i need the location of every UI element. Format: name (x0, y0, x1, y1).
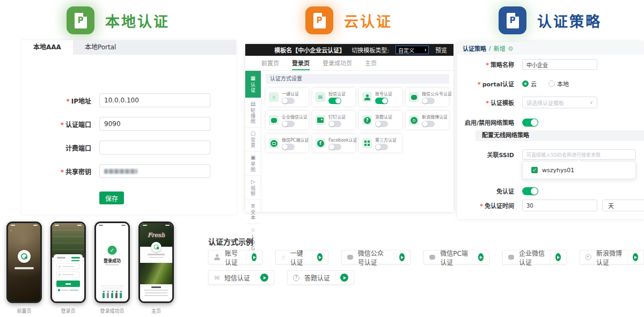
method-card-dingtalk: 钉钉认证 (312, 111, 355, 129)
account-icon (214, 254, 220, 260)
auth-template-select[interactable]: 请选择认证模板∨ (522, 97, 597, 108)
example-one-click-auth[interactable]: ☝ 一键认证 (275, 250, 328, 264)
doc-letter: P (510, 17, 516, 25)
method-toggle[interactable] (375, 121, 388, 127)
tab-login-page[interactable]: 登录页 (292, 56, 310, 70)
method-toggle[interactable] (282, 144, 295, 150)
ssid-option-label[interactable]: wszyhys01 (542, 167, 574, 174)
method-toggle[interactable] (282, 121, 295, 127)
method-toggle[interactable] (375, 144, 388, 150)
billing-port-label: *计费端口 (21, 143, 91, 152)
breadcrumb-current: 新增 (494, 44, 506, 53)
example-wechat-auth[interactable]: 微信公众号认证 (341, 250, 411, 264)
one-click-icon: ☝ (281, 254, 285, 261)
brand-intro (140, 284, 172, 301)
ssid-label: 关联SSID (457, 150, 514, 159)
method-card-wechat-pc: 微信PC端认证 (266, 134, 309, 152)
tab-home-page[interactable]: 主页 (365, 56, 377, 70)
sidebar-item-image[interactable]: ▣单图 (245, 152, 261, 176)
method-toggle[interactable] (328, 98, 341, 104)
sidebar-item-carousel[interactable]: ▤轮播图 (245, 98, 261, 128)
tab-local-aaa[interactable]: 本地AAA (21, 40, 73, 55)
auth-port-label: *认证端口 (21, 120, 91, 129)
preview-button[interactable]: 预览 (435, 46, 447, 54)
sidebar-item-text[interactable]: ≣文本 (245, 200, 261, 224)
status-bar (140, 223, 172, 227)
enable-policy-label: 启用/禁用网络策略 (457, 118, 514, 127)
fresh-neon-text: Fresh (148, 232, 165, 239)
free-auth-toggle[interactable] (522, 187, 538, 195)
star-icon: ☆ (251, 227, 255, 233)
wechat-pc-icon (429, 255, 435, 260)
enable-policy-toggle[interactable] (522, 119, 538, 127)
tab-login-success-page[interactable]: 登录成功页 (323, 56, 352, 70)
breadcrumb-root[interactable]: 认证策略 (463, 44, 486, 53)
examples-list: 账号认证 ☝ 一键认证 微信公众号认证 微信PC端认证 企业微信认证 (208, 250, 644, 285)
method-card-weibo: 新浪微博认证 (406, 111, 449, 129)
background-icon: ▢ (251, 131, 255, 136)
save-button[interactable]: 保存 (99, 191, 124, 204)
weibo-icon (409, 115, 419, 125)
example-wecom-auth[interactable]: 企业微信认证 (502, 250, 567, 264)
example-sms-auth[interactable]: ✉ 短信认证 (208, 270, 274, 285)
wireless-section-title: 配置无线网络策略 (475, 130, 644, 141)
radio-cloud[interactable]: 云 (522, 79, 537, 88)
sidebar-item-background[interactable]: ▢背景 (245, 128, 261, 152)
location-pin-icon: ⊙ (508, 45, 513, 52)
tab-front-page[interactable]: 前置页 (261, 56, 279, 70)
method-toggle[interactable] (282, 98, 295, 104)
ip-address-field[interactable]: 10.0.0.100 (99, 93, 210, 107)
brand-logo (18, 250, 31, 263)
ssid-search-input[interactable]: 可直接输入SSID名称进行搜索关联 (522, 149, 636, 160)
status-bar (8, 223, 40, 227)
radio-local[interactable]: 本地 (548, 79, 569, 88)
ssid-dropdown-panel: wszyhys01 (522, 161, 636, 179)
example-wechat-pc-auth[interactable]: 微信PC端认证 (423, 250, 489, 264)
method-card-quiz: ? 答题认证 (359, 111, 402, 129)
ssid-checkbox[interactable] (531, 167, 538, 173)
method-toggle[interactable] (422, 121, 435, 127)
phone-caption: 登录页 (61, 307, 75, 314)
phone-caption: 主页 (151, 307, 161, 314)
shared-key-label: *共享密钥 (21, 167, 91, 176)
auth-policy-header: P 认证策略 (456, 4, 644, 36)
auth-methods-section-title: 认证方式设置 (266, 74, 449, 84)
wechat-icon (409, 92, 419, 102)
dingtalk-icon (316, 115, 325, 125)
method-toggle[interactable] (328, 121, 341, 127)
example-weibo-auth[interactable]: 新浪微博认证 (580, 250, 644, 264)
method-card-third-party: 第三方认证 (359, 134, 402, 152)
phone-mockups: ‹ 前置页 登录页 (6, 222, 174, 314)
sms-icon: ✉ (214, 274, 219, 282)
free-auth-time-field[interactable]: 30 (522, 200, 597, 211)
masked-value (104, 169, 137, 174)
auth-port-field[interactable]: 9090 (99, 117, 210, 131)
method-card-wecom: 企业微信认证 (266, 111, 309, 129)
cloud-auth-panel: 模板名【中小企业云认证】 切换模板类型: 自定义 ▴▾ 预览 前置页 登录页 登… (245, 44, 453, 212)
ip-address-label: *IP地址 (21, 96, 91, 105)
chevron-down-icon: ∨ (589, 100, 593, 105)
local-auth-icon: P (67, 6, 94, 34)
auth-methods-grid: ☝ 一键认证 ✉ 短信认证 账号认证 微信公众号认证 (266, 88, 449, 152)
play-icon (340, 274, 348, 282)
free-auth-label: 免认证 (457, 187, 514, 195)
cloud-auth-title: 云认证 (344, 10, 392, 31)
wecom-icon (508, 255, 514, 260)
shared-key-field[interactable] (99, 164, 210, 178)
tab-local-portal[interactable]: 本地Portal (73, 40, 128, 55)
free-auth-time-unit[interactable]: 天 (602, 200, 644, 211)
method-toggle[interactable] (375, 98, 388, 104)
auth-policy-panel: 认证策略 / 新增 ⊙ *策略名称 中小企业 *portal认证 云 本地 *认… (457, 42, 644, 219)
method-toggle[interactable] (422, 98, 435, 104)
policy-name-field[interactable]: 中小企业 (522, 59, 597, 70)
example-account-auth[interactable]: 账号认证 (208, 250, 262, 264)
back-arrow-icon: ‹ (10, 228, 12, 233)
sidebar-item-auth[interactable]: ▦认证 (245, 71, 261, 98)
example-quiz-auth[interactable]: 答题认证 (287, 270, 354, 285)
sidebar-item-video[interactable]: ▷视频 (245, 176, 261, 200)
billing-port-field[interactable] (99, 141, 210, 154)
method-toggle[interactable] (328, 144, 341, 150)
method-card-sms: ✉ 短信认证 (312, 88, 355, 106)
template-type-select[interactable]: 自定义 ▴▾ (396, 46, 429, 54)
success-check-icon: ✓ (108, 246, 117, 255)
